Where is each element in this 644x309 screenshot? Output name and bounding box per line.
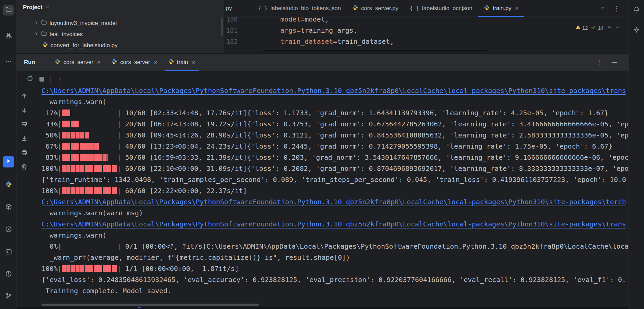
console-horizontal-scrollbar[interactable] xyxy=(41,304,259,306)
main-area: Project layoutlmv3_invoice_model test_ xyxy=(17,0,628,309)
print-icon[interactable] xyxy=(21,149,28,157)
editor-tab-clipped[interactable]: py xyxy=(224,0,253,17)
stop-icon[interactable] xyxy=(39,77,44,82)
progress-bar xyxy=(62,154,117,161)
scroll-down-icon[interactable] xyxy=(21,107,28,115)
progress-bar xyxy=(62,132,117,138)
terminal-button[interactable] xyxy=(3,247,14,258)
console-file-link[interactable]: C:\Users\ADMIN\AppData\Local\Packages\Py… xyxy=(41,198,626,206)
kebab-menu-icon[interactable]: ⋮ xyxy=(57,76,63,83)
git-branch-icon xyxy=(5,292,12,300)
folder-icon xyxy=(41,31,47,38)
console-text: 67%| xyxy=(41,142,62,150)
tree-item-layoutlmv3-invoice-model[interactable]: layoutlmv3_invoice_model xyxy=(17,18,224,29)
structure-tool-button[interactable] xyxy=(3,31,14,41)
scroll-to-end-icon[interactable] xyxy=(21,135,28,143)
close-icon[interactable]: × xyxy=(97,59,101,65)
run-panel: Run cors_server × cors_server × train × xyxy=(17,53,628,309)
kebab-menu-icon[interactable]: ⋮ xyxy=(596,59,603,66)
project-scrollbar[interactable] xyxy=(221,18,223,36)
notifications-bell-icon xyxy=(633,6,640,14)
code-token xyxy=(248,26,280,34)
problems-button[interactable] xyxy=(3,269,14,280)
right-toolbar xyxy=(628,0,644,309)
minimize-icon[interactable] xyxy=(612,62,617,63)
chevron-right-icon xyxy=(34,20,38,27)
project-panel-header[interactable]: Project xyxy=(17,0,224,15)
run-tool-button[interactable] xyxy=(3,156,14,167)
left-toolbar xyxy=(0,0,17,309)
python-file-icon xyxy=(55,59,60,66)
line-number: 181 xyxy=(224,25,248,36)
python-console-button[interactable] xyxy=(3,179,14,190)
console-text: | 20/60 [06:17<13:08, 19.72s/it]{'loss':… xyxy=(117,120,628,128)
editor-tab-labelstudio-ocr[interactable]: { } labelstudio_ocr.json xyxy=(404,0,478,17)
ai-assistant-icon xyxy=(633,27,640,35)
console-line: {'eval_loss': 0.24835048615932465, 'eval… xyxy=(41,274,628,285)
problems-icon xyxy=(5,271,12,278)
python-file-icon xyxy=(42,42,48,49)
code-line: 182 train_dataset=train_dataset, xyxy=(224,36,628,47)
code-token: model, xyxy=(305,17,329,23)
editor-horizontal-scrollbar[interactable] xyxy=(263,50,487,52)
code-token xyxy=(248,17,280,23)
chevron-up-icon[interactable] xyxy=(607,22,612,33)
code-token xyxy=(248,37,280,45)
console-text: | 40/60 [13:23<08:04, 24.23s/it]{'loss':… xyxy=(117,142,612,150)
console-text: 33%| xyxy=(41,120,62,128)
console-text: | 1/1 [00:00<00:00, 1.87it/s] xyxy=(117,265,239,273)
editor-tab-train[interactable]: train.py × xyxy=(478,0,524,17)
console-file-link[interactable]: C:\Users\ADMIN\AppData\Local\Packages\Py… xyxy=(41,87,626,95)
close-icon[interactable]: × xyxy=(192,59,196,65)
console-text: 17%| xyxy=(41,109,62,117)
inspections-widget[interactable]: 12 14 xyxy=(576,22,620,33)
soft-wrap-icon[interactable] xyxy=(21,121,28,129)
editor-tab-label: labelstudio_bio_tokens.json xyxy=(270,5,341,12)
close-icon[interactable]: × xyxy=(515,5,519,11)
run-tab-cors-server-1[interactable]: cors_server × xyxy=(49,54,106,71)
close-icon[interactable]: × xyxy=(154,59,157,65)
more-tool-windows-button[interactable] xyxy=(3,56,14,67)
python-file-icon xyxy=(168,59,174,66)
taskbar-indicator-dot xyxy=(138,307,141,308)
console-text: warnings.warn(warn_msg) xyxy=(41,209,143,217)
editor-body[interactable]: 180 model=model,181 args=training_args,1… xyxy=(224,17,628,53)
tree-item-label: convert_for_labelstudio.py xyxy=(51,42,117,49)
python-file-icon xyxy=(484,5,490,12)
version-control-button[interactable] xyxy=(3,291,14,302)
run-tab-label: train xyxy=(177,59,188,66)
editor-tab-label: py xyxy=(226,5,232,12)
progress-bar xyxy=(62,187,117,194)
project-tool-button[interactable] xyxy=(3,5,14,16)
kebab-menu-icon[interactable]: ⋮ xyxy=(613,5,620,12)
console-text: 0%| xyxy=(41,242,62,250)
console-text: 83%| xyxy=(41,153,62,161)
notifications-button[interactable] xyxy=(631,5,642,16)
tree-item-convert-for-labelstudio[interactable]: convert_for_labelstudio.py xyxy=(17,40,224,51)
console-line: 100%|| 60/60 [22:10<00:00, 31.09s/it]{'l… xyxy=(41,163,628,174)
structure-icon xyxy=(5,32,12,40)
rerun-icon[interactable] xyxy=(27,75,33,83)
console-text: 100%| xyxy=(41,265,62,273)
tree-item-test-invoices[interactable]: test_invoices xyxy=(17,29,224,40)
clear-all-icon[interactable] xyxy=(21,163,28,172)
passed-count: 14 xyxy=(598,22,604,33)
services-button[interactable] xyxy=(3,224,14,235)
console-output[interactable]: C:\Users\ADMIN\AppData\Local\Packages\Py… xyxy=(32,87,628,309)
scroll-up-icon[interactable] xyxy=(21,93,28,101)
editor-tab-cors-server[interactable]: cors_server.py xyxy=(347,0,404,17)
chevron-down-icon[interactable] xyxy=(615,22,620,33)
run-tab-label: cors_server xyxy=(120,59,150,66)
line-number: 182 xyxy=(224,36,248,47)
editor-tab-labelstudio-bio-tokens[interactable]: { } labelstudio_bio_tokens.json xyxy=(253,0,347,17)
ai-assistant-button[interactable] xyxy=(631,25,642,36)
python-packages-icon xyxy=(5,204,12,211)
run-tab-cors-server-2[interactable]: cors_server × xyxy=(106,54,163,71)
console-text: | 50/60 [16:59<03:33, 21.39s/it]{'loss':… xyxy=(117,153,628,161)
python-packages-button[interactable] xyxy=(3,202,14,213)
run-tab-train[interactable]: train × xyxy=(163,54,201,71)
console-file-link[interactable]: C:\Users\ADMIN\AppData\Local\Packages\Py… xyxy=(41,220,626,228)
chevron-down-icon[interactable] xyxy=(600,5,606,12)
console-text: {'eval_loss': 0.24835048615932465, 'eval… xyxy=(41,276,626,284)
console-text: 50%| xyxy=(41,131,62,139)
